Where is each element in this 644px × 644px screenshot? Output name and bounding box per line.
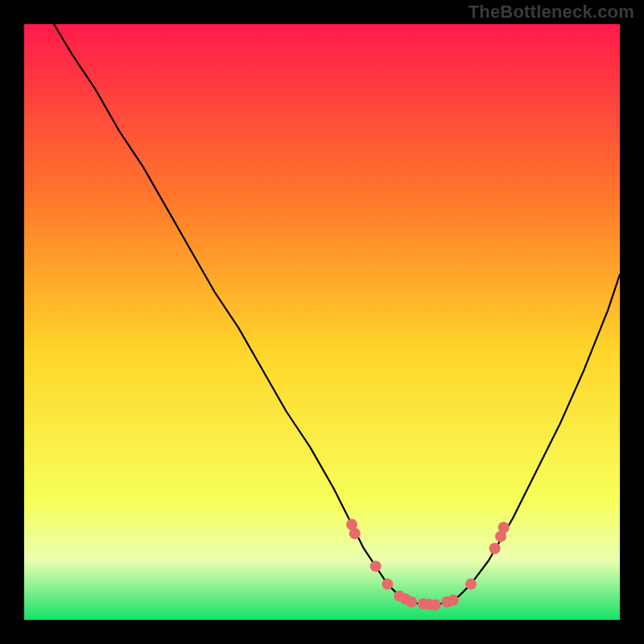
marker-point [498,522,510,533]
marker-point [382,579,393,590]
marker-point [465,579,477,590]
watermark-text: TheBottleneck.com [469,2,634,23]
marker-point [370,560,382,572]
marker-point [430,600,441,611]
marker-point [489,543,501,554]
marker-point [406,597,417,608]
marker-point [349,528,361,539]
marker-point [448,595,459,606]
gradient-background [24,24,620,620]
plot-area [24,24,620,620]
outer-frame: TheBottleneck.com [0,0,644,644]
bottleneck-chart [24,24,620,620]
